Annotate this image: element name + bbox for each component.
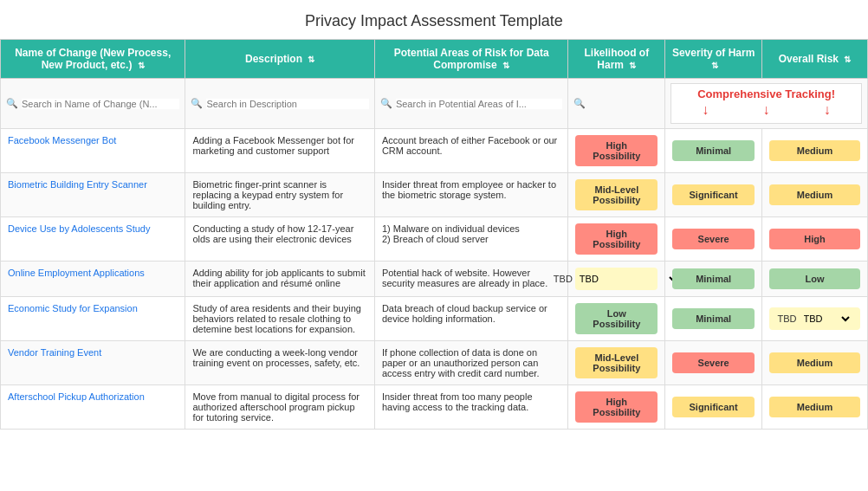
table-row: Vendor Training EventWe are conducting a… (1, 341, 868, 385)
cell-name: Economic Study for Expansion (1, 297, 185, 341)
cell-potential: 1) Malware on individual devices 2) Brea… (374, 217, 568, 262)
tracking-banner-cell: Comprehensive Tracking! ↓ ↓ ↓ (665, 79, 868, 129)
sort-icon-description[interactable]: ⇅ (308, 55, 314, 64)
sort-icon-potential[interactable]: ⇅ (502, 61, 509, 70)
table-row: Facebook Messenger BotAdding a Facebook … (1, 129, 868, 173)
severity-badge: Severe (672, 352, 755, 373)
likelihood-badge: High Possibility (575, 223, 657, 255)
table-row: Biometric Building Entry ScannerBiometri… (1, 173, 868, 217)
tracking-text: Comprehensive Tracking! (697, 87, 835, 100)
likelihood-badge: High Possibility (575, 391, 657, 423)
cell-potential: Insider threat from employee or hacker t… (374, 173, 568, 217)
overall-badge: High (769, 229, 860, 249)
cell-overall: Medium (762, 341, 868, 385)
sort-icon-likelihood[interactable]: ⇅ (629, 61, 636, 70)
likelihood-badge: Low Possibility (575, 303, 657, 334)
tbd-label: TBD (554, 274, 573, 284)
col-name-header[interactable]: Name of Change (New Process, New Product… (1, 40, 185, 79)
severity-badge: Minimal (672, 308, 755, 329)
cell-name: Facebook Messenger Bot (1, 129, 185, 173)
overall-badge: Medium (769, 184, 860, 205)
search-icon-description: 🔍 (191, 98, 203, 109)
page-title: Privacy Impact Assessment Template (0, 0, 868, 39)
cell-description: Adding ability for job applicants to sub… (185, 262, 374, 297)
cell-potential: Data breach of cloud backup service or d… (374, 297, 568, 341)
cell-description: Study of area residents and their buying… (185, 297, 374, 341)
cell-severity: Minimal (665, 129, 762, 173)
cell-severity: Minimal (665, 262, 762, 297)
table-row: Online Employment ApplicationsAdding abi… (1, 262, 868, 297)
cell-overall: TBDTBDLowMediumHigh (762, 297, 868, 341)
overall-badge: Low (769, 268, 860, 289)
cell-likelihood: High Possibility (568, 385, 665, 430)
search-potential-cell[interactable]: 🔍 (374, 79, 568, 129)
col-potential-header[interactable]: Potential Areas of Risk for Data Comprom… (374, 40, 568, 79)
table-row: Afterschool Pickup AuthorizationMove fro… (1, 385, 868, 430)
cell-potential: Account breach of either Facebook or our… (374, 129, 568, 173)
overall-badge: Medium (769, 140, 860, 161)
arrow-overall: ↓ (824, 102, 831, 118)
search-row: 🔍 🔍 🔍 🔍 (1, 79, 868, 129)
cell-overall: Medium (762, 385, 868, 430)
search-description-input[interactable] (206, 99, 368, 109)
cell-severity: Severe (665, 217, 762, 262)
table-row: Device Use by Adolescents StudyConductin… (1, 217, 868, 262)
overall-badge: Medium (769, 352, 860, 373)
likelihood-badge: Mid-Level Possibility (575, 347, 657, 378)
cell-likelihood: High Possibility (568, 129, 665, 173)
cell-likelihood: Mid-Level Possibility (568, 341, 665, 385)
cell-potential: Potential hack of website. However secur… (374, 262, 568, 297)
col-likelihood-header[interactable]: Likelihood of Harm ⇅ (568, 40, 665, 79)
cell-overall: Low (762, 262, 868, 297)
cell-severity: Severe (665, 341, 762, 385)
search-potential-input[interactable] (396, 99, 563, 109)
table-header-row: Name of Change (New Process, New Product… (1, 40, 868, 79)
col-overall-header[interactable]: Overall Risk ⇅ (762, 40, 868, 79)
search-name-cell[interactable]: 🔍 (1, 79, 185, 129)
cell-severity: Minimal (665, 297, 762, 341)
likelihood-select[interactable]: TBDLow PossibilityMid-Level PossibilityH… (576, 273, 680, 285)
cell-name: Biometric Building Entry Scanner (1, 173, 185, 217)
likelihood-dropdown[interactable]: TBDTBDLow PossibilityMid-Level Possibili… (575, 268, 657, 290)
overall-badge: Medium (769, 397, 860, 417)
cell-description: Biometric finger-print scanner is replac… (185, 173, 374, 217)
severity-badge: Minimal (672, 140, 755, 161)
cell-likelihood: TBDTBDLow PossibilityMid-Level Possibili… (568, 262, 665, 297)
sort-icon-severity[interactable]: ⇅ (711, 61, 718, 70)
sort-icon-overall[interactable]: ⇅ (844, 55, 851, 64)
severity-badge: Severe (672, 229, 755, 249)
table-row: Economic Study for ExpansionStudy of are… (1, 297, 868, 341)
severity-badge: Minimal (672, 268, 755, 289)
cell-severity: Significant (665, 385, 762, 430)
overall-tbd-label: TBD (778, 313, 797, 324)
sort-icon-name[interactable]: ⇅ (138, 61, 145, 70)
col-description-header[interactable]: Description ⇅ (185, 40, 374, 79)
likelihood-badge: High Possibility (575, 135, 657, 166)
severity-badge: Significant (672, 397, 755, 417)
overall-select[interactable]: TBDLowMediumHigh (800, 313, 852, 325)
cell-description: Move from manual to digital process for … (185, 385, 374, 430)
cell-overall: Medium (762, 173, 868, 217)
search-name-input[interactable] (22, 99, 179, 109)
cell-likelihood: Low Possibility (568, 297, 665, 341)
cell-description: Conducting a study of how 12-17-year old… (185, 217, 374, 262)
cell-potential: Insider threat from too many people havi… (374, 385, 568, 430)
cell-name: Afterschool Pickup Authorization (1, 385, 185, 430)
search-likelihood-cell[interactable]: 🔍 (568, 79, 665, 129)
severity-badge: Significant (672, 184, 755, 205)
overall-dropdown[interactable]: TBDTBDLowMediumHigh (769, 307, 860, 330)
cell-name: Device Use by Adolescents Study (1, 217, 185, 262)
search-icon-likelihood: 🔍 (573, 98, 586, 109)
arrow-likelihood: ↓ (702, 102, 709, 118)
search-icon-name: 🔍 (6, 98, 18, 109)
col-severity-header[interactable]: Severity of Harm ⇅ (665, 40, 762, 79)
cell-likelihood: Mid-Level Possibility (568, 173, 665, 217)
search-icon-potential: 🔍 (380, 98, 392, 109)
cell-overall: High (762, 217, 868, 262)
cell-name: Online Employment Applications (1, 262, 185, 297)
cell-severity: Significant (665, 173, 762, 217)
arrow-severity: ↓ (763, 102, 770, 118)
cell-overall: Medium (762, 129, 868, 173)
search-description-cell[interactable]: 🔍 (185, 79, 374, 129)
cell-description: Adding a Facebook Messenger bot for mark… (185, 129, 374, 173)
